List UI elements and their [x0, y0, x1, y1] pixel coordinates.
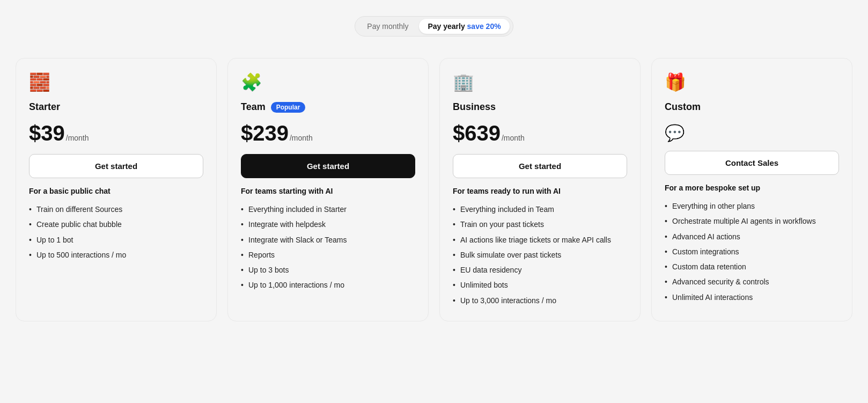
business-header: Business [453, 101, 627, 113]
starter-description: For a basic public chat [29, 187, 203, 195]
plan-card-starter: 🧱Starter$39/monthGet startedFor a basic … [16, 58, 217, 321]
list-item: Up to 500 interactions / mo [29, 250, 203, 260]
team-cta-button[interactable]: Get started [241, 154, 415, 178]
list-item: Train on your past tickets [453, 219, 627, 230]
business-price-amount: $639 [453, 121, 501, 145]
custom-icon: 🎁 [665, 74, 839, 91]
yearly-option[interactable]: Pay yearly save 20% [419, 19, 509, 34]
team-description: For teams starting with AI [241, 187, 415, 195]
business-cta-button[interactable]: Get started [453, 154, 627, 178]
list-item: Up to 1,000 interactions / mo [241, 280, 415, 290]
team-header: TeamPopular [241, 101, 415, 113]
team-icon: 🧩 [241, 74, 415, 91]
list-item: Integrate with Slack or Teams [241, 235, 415, 245]
starter-price-period: /month [66, 134, 89, 142]
starter-icon: 🧱 [29, 74, 203, 91]
list-item: Bulk simulate over past tickets [453, 250, 627, 260]
starter-price: $39/month [29, 121, 203, 145]
team-features-list: Everything included in StarterIntegrate … [241, 204, 415, 291]
list-item: Custom data retention [665, 261, 839, 272]
list-item: Advanced AI actions [665, 231, 839, 242]
custom-cta-button[interactable]: Contact Sales [665, 151, 839, 175]
starter-header: Starter [29, 101, 203, 113]
team-popular-badge: Popular [271, 102, 306, 113]
list-item: Up to 1 bot [29, 235, 203, 245]
business-icon: 🏢 [453, 74, 627, 91]
starter-price-amount: $39 [29, 121, 65, 145]
starter-name: Starter [29, 101, 60, 113]
list-item: Advanced security & controls [665, 276, 839, 287]
business-features-list: Everything included in TeamTrain on your… [453, 204, 627, 306]
business-price-period: /month [502, 134, 525, 142]
plan-card-team: 🧩TeamPopular$239/monthGet startedFor tea… [227, 58, 429, 321]
custom-name: Custom [665, 101, 701, 113]
list-item: Up to 3 bots [241, 265, 415, 275]
business-price: $639/month [453, 121, 627, 145]
custom-features-list: Everything in other plansOrchestrate mul… [665, 201, 839, 303]
plan-card-business: 🏢Business$639/monthGet startedFor teams … [439, 58, 641, 321]
list-item: Everything in other plans [665, 201, 839, 211]
team-name: Team [241, 101, 266, 113]
custom-header: Custom [665, 101, 839, 113]
monthly-option[interactable]: Pay monthly [358, 19, 417, 34]
plan-card-custom: 🎁Custom💬Contact SalesFor a more bespoke … [651, 58, 852, 321]
list-item: Orchestrate multiple AI agents in workfl… [665, 216, 839, 226]
custom-chat-icon: 💬 [665, 123, 839, 142]
team-price-period: /month [290, 134, 313, 142]
team-price: $239/month [241, 121, 415, 145]
list-item: Unlimited bots [453, 280, 627, 290]
list-item: Train on different Sources [29, 204, 203, 215]
list-item: Everything included in Team [453, 204, 627, 215]
team-price-amount: $239 [241, 121, 289, 145]
billing-toggle[interactable]: Pay monthly Pay yearly save 20% [355, 16, 513, 36]
business-name: Business [453, 101, 496, 113]
list-item: Custom integrations [665, 246, 839, 257]
list-item: Integrate with helpdesk [241, 219, 415, 230]
list-item: Reports [241, 250, 415, 260]
list-item: EU data residency [453, 265, 627, 275]
list-item: Everything included in Starter [241, 204, 415, 215]
business-description: For teams ready to run with AI [453, 187, 627, 195]
plans-container: 🧱Starter$39/monthGet startedFor a basic … [16, 58, 852, 321]
starter-cta-button[interactable]: Get started [29, 154, 203, 178]
list-item: AI actions like triage tickets or make A… [453, 235, 627, 245]
custom-description: For a more bespoke set up [665, 184, 839, 192]
list-item: Create public chat bubble [29, 219, 203, 230]
starter-features-list: Train on different SourcesCreate public … [29, 204, 203, 260]
list-item: Unlimited AI interactions [665, 292, 839, 303]
list-item: Up to 3,000 interactions / mo [453, 295, 627, 306]
